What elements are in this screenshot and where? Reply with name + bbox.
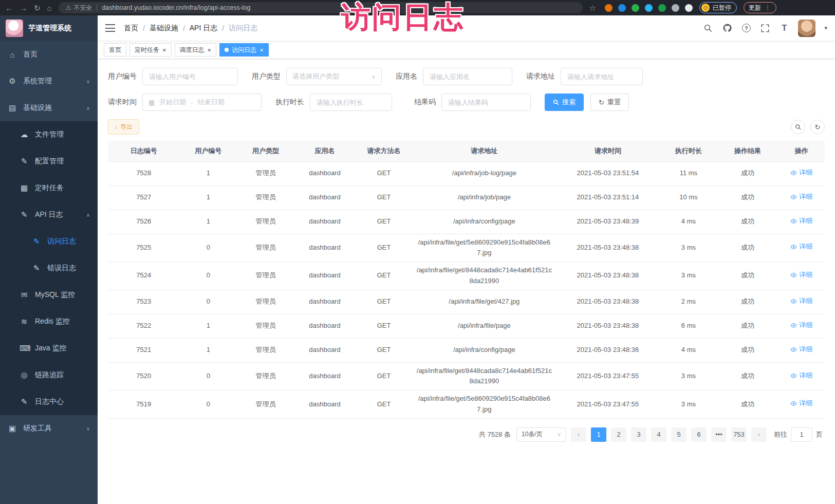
- sidebar-logo[interactable]: 芋道管理系统: [0, 15, 98, 41]
- request-url-input[interactable]: [561, 68, 643, 85]
- app-name-input[interactable]: [423, 68, 512, 85]
- page-number-button[interactable]: 3: [631, 427, 646, 442]
- page-number-button[interactable]: 4: [651, 427, 666, 442]
- tab-close-icon[interactable]: ×: [259, 47, 264, 53]
- font-size-icon[interactable]: T: [779, 23, 789, 33]
- cell-result: 成功: [717, 185, 778, 210]
- cell-user-type: 管理员: [237, 290, 294, 314]
- breadcrumb-separator: /: [183, 24, 185, 32]
- browser-update-button[interactable]: 更新 ⋮: [744, 2, 776, 13]
- detail-link[interactable]: 详细: [790, 344, 812, 355]
- sidebar-item[interactable]: ▤ 基础设施 ∧: [0, 95, 98, 121]
- detail-link[interactable]: 详细: [790, 320, 812, 331]
- cell-user-id: 0: [180, 262, 237, 290]
- detail-link[interactable]: 详细: [790, 167, 812, 178]
- sidebar-item[interactable]: ✉ MySQL 监控: [0, 282, 98, 308]
- extension-icon[interactable]: [645, 4, 653, 12]
- browser-reload-icon[interactable]: ↻: [34, 4, 41, 12]
- sidebar-item[interactable]: ☁ 文件管理: [0, 121, 98, 148]
- duration-label: 执行时长: [275, 98, 304, 107]
- breadcrumb-item[interactable]: 首页: [124, 24, 138, 33]
- detail-link[interactable]: 详细: [790, 241, 812, 252]
- table-header-cell: 应用名: [294, 141, 356, 161]
- sidebar-item[interactable]: ⌂ 首页: [0, 41, 98, 68]
- sidebar-item-icon: ◎: [20, 370, 29, 380]
- page-number-button[interactable]: 6: [691, 427, 707, 442]
- browser-back-icon[interactable]: ←: [5, 4, 13, 12]
- page-content: 用户编号 用户类型 请选择用户类型 ∨ 应用名 请求地址: [98, 59, 835, 504]
- help-icon[interactable]: ?: [741, 23, 751, 33]
- browser-forward-icon[interactable]: →: [20, 4, 27, 12]
- extension-icon[interactable]: [658, 4, 666, 12]
- page-number-button[interactable]: •••: [711, 427, 727, 442]
- sidebar-item[interactable]: ✎ 日志中心: [0, 388, 98, 415]
- detail-link[interactable]: 详细: [790, 192, 812, 202]
- tab-close-icon[interactable]: ×: [208, 47, 212, 53]
- cell-duration: 11 ms: [660, 161, 717, 185]
- sidebar-item[interactable]: ✎ 配置管理: [0, 148, 98, 175]
- sidebar-item-icon: ⚙: [8, 77, 17, 86]
- reset-button[interactable]: ↻ 重置: [590, 94, 629, 111]
- sidebar-item[interactable]: ✎ 错误日志: [0, 255, 98, 282]
- search-button[interactable]: 搜索: [545, 94, 584, 111]
- security-warning[interactable]: ⚠ 不安全: [66, 4, 92, 12]
- detail-link[interactable]: 详细: [790, 296, 812, 307]
- toggle-search-button[interactable]: [791, 120, 805, 134]
- export-button[interactable]: ↓ 导出: [108, 119, 139, 135]
- user-type-select[interactable]: 请选择用户类型 ∨: [286, 68, 382, 85]
- page-number-button[interactable]: 1: [591, 427, 606, 442]
- browser-home-icon[interactable]: ⌂: [47, 4, 52, 12]
- page-number-button[interactable]: 5: [671, 427, 686, 442]
- sidebar-item[interactable]: ▦ 定时任务: [0, 175, 98, 201]
- cell-duration: 3 ms: [660, 362, 717, 390]
- tab[interactable]: 调度日志 ×: [175, 43, 217, 57]
- sidebar-item[interactable]: ⚙ 系统管理 ∨: [0, 68, 98, 95]
- prev-page-button[interactable]: ‹: [571, 427, 586, 442]
- hamburger-icon[interactable]: [105, 24, 115, 32]
- breadcrumb-item[interactable]: 访问日志: [229, 24, 257, 33]
- detail-link[interactable]: 详细: [790, 270, 812, 281]
- page-size-select[interactable]: 10条/页 ∨: [516, 427, 566, 442]
- sidebar-item[interactable]: ≋ Redis 监控: [0, 308, 98, 335]
- sidebar-item[interactable]: ▣ 研发工具 ∨: [0, 415, 98, 442]
- breadcrumb-item[interactable]: 基础设施: [150, 24, 178, 33]
- breadcrumb-item[interactable]: API 日志: [190, 24, 217, 33]
- tab-close-icon[interactable]: ×: [162, 47, 166, 53]
- sidebar-item-icon: ▦: [20, 183, 29, 193]
- goto-page-input[interactable]: [791, 427, 812, 442]
- extension-icon[interactable]: [685, 4, 693, 12]
- extension-icon[interactable]: [618, 4, 626, 12]
- sidebar-item[interactable]: ⌨ Java 监控: [0, 335, 98, 362]
- detail-link[interactable]: 详细: [790, 370, 812, 381]
- page-number-button[interactable]: 753: [731, 427, 747, 442]
- duration-input[interactable]: [310, 94, 392, 111]
- address-bar[interactable]: ⚠ 不安全 dashboard.yudao.iocoder.cn/infra/l…: [59, 2, 583, 13]
- sidebar-item[interactable]: ◎ 链路追踪: [0, 362, 98, 388]
- extension-icon[interactable]: [632, 4, 639, 12]
- request-time-range-picker[interactable]: ▦ 开始日期 - 结束日期: [142, 94, 262, 111]
- refresh-button[interactable]: ↻: [810, 120, 825, 134]
- tab[interactable]: 访问日志 ×: [219, 43, 269, 57]
- paused-badge[interactable]: ☺ 已暂停: [699, 2, 737, 13]
- result-code-input[interactable]: [441, 94, 531, 111]
- page-number-button[interactable]: 2: [611, 427, 626, 442]
- extension-icon[interactable]: [605, 4, 613, 12]
- search-icon[interactable]: [703, 23, 713, 33]
- cell-user-type: 管理员: [237, 390, 294, 419]
- sidebar-item[interactable]: ✎ 访问日志: [0, 228, 98, 255]
- avatar-caret-icon[interactable]: ▾: [824, 25, 827, 31]
- kebab-menu-icon[interactable]: ⋮: [765, 4, 771, 11]
- detail-link[interactable]: 详细: [790, 398, 812, 409]
- tab[interactable]: 首页 ×: [104, 43, 126, 57]
- cell-user-type: 管理员: [237, 161, 294, 185]
- detail-link[interactable]: 详细: [790, 216, 812, 227]
- avatar[interactable]: [798, 20, 815, 37]
- extension-icon[interactable]: [672, 4, 679, 12]
- tab[interactable]: 定时任务 ×: [129, 43, 172, 57]
- sidebar-item[interactable]: ✎ API 日志 ∧: [0, 201, 98, 228]
- user-id-input[interactable]: [142, 68, 238, 85]
- bookmark-star-icon[interactable]: ☆: [589, 4, 596, 12]
- next-page-button[interactable]: ›: [751, 427, 767, 442]
- github-icon[interactable]: [722, 23, 732, 33]
- fullscreen-icon[interactable]: [760, 23, 770, 33]
